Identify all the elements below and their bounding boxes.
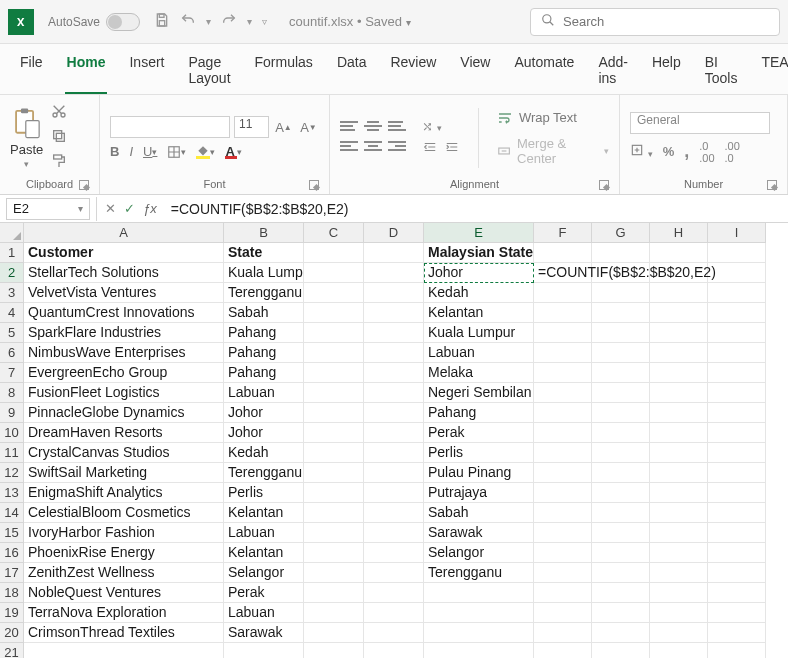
font-size-select[interactable]: 11	[234, 116, 269, 138]
row-header[interactable]: 12	[0, 463, 24, 483]
tab-help[interactable]: Help	[650, 50, 683, 94]
cell[interactable]	[534, 303, 592, 323]
cell[interactable]: Johor	[224, 423, 304, 443]
cell[interactable]	[534, 443, 592, 463]
cell[interactable]: PhoenixRise Energy	[24, 543, 224, 563]
cell[interactable]	[24, 643, 224, 658]
cell[interactable]	[650, 643, 708, 658]
cell[interactable]	[534, 423, 592, 443]
cell[interactable]	[364, 363, 424, 383]
tab-page-layout[interactable]: Page Layout	[186, 50, 232, 94]
cell[interactable]: EnigmaShift Analytics	[24, 483, 224, 503]
cell[interactable]: EvergreenEcho Group	[24, 363, 224, 383]
cell[interactable]: Kuala Lumpur	[224, 263, 304, 283]
tab-team[interactable]: TEAM	[759, 50, 788, 94]
cell[interactable]	[650, 523, 708, 543]
cell[interactable]: Sabah	[224, 303, 304, 323]
cell[interactable]	[304, 343, 364, 363]
cell[interactable]	[650, 603, 708, 623]
cell[interactable]: Pulau Pinang	[424, 463, 534, 483]
row-header[interactable]: 9	[0, 403, 24, 423]
cell[interactable]	[304, 243, 364, 263]
cell[interactable]: Kelantan	[224, 543, 304, 563]
row-header[interactable]: 20	[0, 623, 24, 643]
format-painter-icon[interactable]	[51, 153, 67, 172]
row-header[interactable]: 5	[0, 323, 24, 343]
cell[interactable]	[708, 483, 766, 503]
column-header[interactable]: I	[708, 223, 766, 243]
cell[interactable]	[650, 403, 708, 423]
cell[interactable]	[424, 643, 534, 658]
cell[interactable]	[534, 343, 592, 363]
column-header[interactable]: G	[592, 223, 650, 243]
tab-view[interactable]: View	[458, 50, 492, 94]
cell[interactable]	[708, 563, 766, 583]
cell[interactable]	[708, 543, 766, 563]
cell[interactable]: Perak	[224, 583, 304, 603]
document-name[interactable]: countif.xlsx • Saved ▾	[289, 14, 411, 29]
cell[interactable]	[304, 543, 364, 563]
row-header[interactable]: 19	[0, 603, 24, 623]
cell[interactable]	[592, 483, 650, 503]
cell[interactable]	[364, 423, 424, 443]
cell[interactable]: Labuan	[424, 343, 534, 363]
column-header[interactable]: D	[364, 223, 424, 243]
column-header[interactable]: H	[650, 223, 708, 243]
cell[interactable]: QuantumCrest Innovations	[24, 303, 224, 323]
comma-format-icon[interactable]: ,	[684, 141, 689, 162]
cell[interactable]: State	[224, 243, 304, 263]
cell[interactable]: Putrajaya	[424, 483, 534, 503]
enter-formula-icon[interactable]: ✓	[124, 201, 135, 216]
cell[interactable]	[592, 243, 650, 263]
row-header[interactable]: 7	[0, 363, 24, 383]
decrease-decimal-icon[interactable]: .00.0	[725, 140, 740, 164]
cell[interactable]	[304, 463, 364, 483]
cell[interactable]	[708, 243, 766, 263]
cell[interactable]	[708, 283, 766, 303]
orientation-icon[interactable]: ⤭ ▾	[422, 119, 460, 134]
cell[interactable]	[364, 523, 424, 543]
cell[interactable]	[708, 523, 766, 543]
cell[interactable]	[534, 623, 592, 643]
redo-icon[interactable]	[221, 12, 237, 31]
underline-button[interactable]: U ▾	[143, 144, 157, 159]
align-right-icon[interactable]	[388, 141, 406, 155]
cell[interactable]	[592, 523, 650, 543]
cell[interactable]	[424, 583, 534, 603]
cell[interactable]	[304, 403, 364, 423]
cell[interactable]	[224, 643, 304, 658]
bold-button[interactable]: B	[110, 144, 119, 159]
cell[interactable]: SwiftSail Marketing	[24, 463, 224, 483]
cell[interactable]: SparkFlare Industries	[24, 323, 224, 343]
cell[interactable]	[534, 243, 592, 263]
cell[interactable]	[364, 303, 424, 323]
cell[interactable]	[592, 643, 650, 658]
row-header[interactable]: 13	[0, 483, 24, 503]
tab-add-ins[interactable]: Add-ins	[596, 50, 630, 94]
cell[interactable]	[592, 443, 650, 463]
cell[interactable]	[364, 503, 424, 523]
cell[interactable]	[650, 323, 708, 343]
cell[interactable]: Labuan	[224, 383, 304, 403]
font-color-icon[interactable]: A ▾	[225, 144, 241, 159]
font-family-select[interactable]	[110, 116, 230, 138]
cell[interactable]: Terengganu	[424, 563, 534, 583]
cell[interactable]	[650, 463, 708, 483]
align-center-icon[interactable]	[364, 141, 382, 155]
tab-automate[interactable]: Automate	[512, 50, 576, 94]
number-format-select[interactable]: General	[630, 112, 770, 134]
autosave-toggle[interactable]: AutoSave	[48, 13, 140, 31]
cell[interactable]: Perak	[424, 423, 534, 443]
cell[interactable]	[708, 263, 766, 283]
row-header[interactable]: 2	[0, 263, 24, 283]
cell[interactable]	[650, 343, 708, 363]
cell[interactable]	[592, 283, 650, 303]
merge-center-button[interactable]: Merge & Center ▾	[497, 136, 609, 166]
cell[interactable]	[534, 463, 592, 483]
row-header[interactable]: 3	[0, 283, 24, 303]
cell[interactable]	[650, 363, 708, 383]
cell[interactable]	[534, 523, 592, 543]
cell[interactable]	[304, 503, 364, 523]
cell[interactable]	[592, 563, 650, 583]
cell[interactable]: PinnacleGlobe Dynamics	[24, 403, 224, 423]
